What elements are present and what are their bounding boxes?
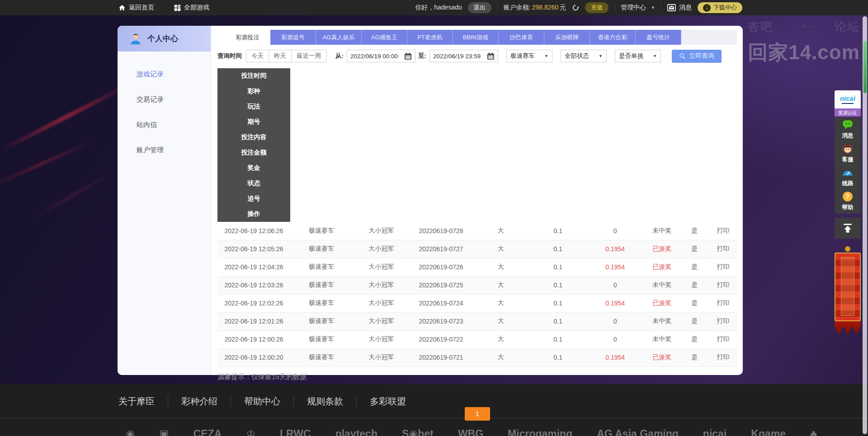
cell-play-type: 大小冠军 xyxy=(353,330,410,348)
widget-item-label: 消息 xyxy=(842,132,854,140)
cell-play-type: 大小冠军 xyxy=(353,222,410,240)
messages-link[interactable]: 消息 xyxy=(667,4,692,12)
tab[interactable]: BBIN游戏 xyxy=(453,30,499,45)
tab[interactable]: 彩票追号 xyxy=(270,30,316,45)
home-link[interactable]: 返回首页 xyxy=(118,4,154,12)
grid-icon xyxy=(174,5,181,11)
balance-value: 298.8260 xyxy=(532,4,558,11)
chat-bubble-icon xyxy=(842,119,854,131)
cell-bet-time: 2022-06-19 12:03:26 xyxy=(217,276,290,294)
widget-item-lines[interactable]: 线路 xyxy=(835,165,861,189)
footer-links: 关于摩臣彩种介绍帮助中心规则条款多彩联盟 xyxy=(0,384,868,407)
search-button[interactable]: 立即查询 xyxy=(672,50,722,63)
print-link[interactable]: 打印 xyxy=(709,348,737,366)
logout-button[interactable]: 退出 xyxy=(468,2,491,13)
tab[interactable]: 乐游棋牌 xyxy=(544,30,590,45)
print-link[interactable]: 打印 xyxy=(709,240,737,258)
balance-group: 账户余额:298.8260元 xyxy=(504,4,566,12)
filter-select[interactable]: 是否单挑 ▼ xyxy=(615,50,661,62)
table-row: 2022-06-19 12:06:26 极速赛车 大小冠军 20220619-0… xyxy=(217,222,737,240)
cell-amount: 0.1 xyxy=(529,348,587,366)
filter-select-value: 极速赛车 xyxy=(510,52,535,60)
back-to-top-button[interactable] xyxy=(835,218,861,239)
table-header-row: 投注时间 彩种 玩法 期号 投注内容 投注金额 奖金 状态 追号 操作 xyxy=(217,68,737,222)
print-link[interactable]: 打印 xyxy=(709,330,737,348)
print-link[interactable]: 打印 xyxy=(709,294,737,312)
partner-logo: nicai xyxy=(703,422,726,436)
tab[interactable]: 盈亏统计 xyxy=(636,30,681,45)
cell-bet-content: 大 xyxy=(472,276,530,294)
filter-select[interactable]: 全部状态 ▼ xyxy=(561,50,607,62)
footer-link[interactable]: 关于摩臣 xyxy=(118,396,168,407)
download-button[interactable]: ↓ 下载中心 xyxy=(698,2,742,13)
table-header-cell: 奖金 xyxy=(217,160,290,176)
from-date-input[interactable]: 2022/06/19 00:00 xyxy=(347,50,415,62)
arrow-to-top-icon xyxy=(842,222,854,234)
sidebar-item[interactable]: 站内信 xyxy=(118,112,211,137)
print-link[interactable]: 打印 xyxy=(709,312,737,330)
footer-link[interactable]: 规则条款 xyxy=(293,396,356,407)
scrollbar-track[interactable] xyxy=(863,16,867,434)
cell-status: 未中奖 xyxy=(644,222,680,240)
tab[interactable]: AG捕鱼王 xyxy=(362,30,407,45)
widget-item-help[interactable]: ? 帮助 xyxy=(835,189,861,213)
tab-bar: 彩票投注彩票追号AG真人娱乐AG捕鱼王PT老虎机BBIN游戏沙巴体育乐游棋牌香港… xyxy=(225,30,737,45)
sidebar-item[interactable]: 游戏记录 xyxy=(118,61,211,87)
all-games-link[interactable]: 全部游戏 xyxy=(174,4,209,12)
table-header-cell: 操作 xyxy=(217,206,290,222)
widget-item-messages[interactable]: 消息 xyxy=(835,117,861,141)
home-icon xyxy=(118,4,126,11)
footer-link[interactable]: 彩种介绍 xyxy=(168,396,231,407)
cell-bet-time: 2022-06-19 12:00:20 xyxy=(217,348,290,366)
admin-menu-label: 管理中心 xyxy=(621,4,646,12)
page-button[interactable]: 1 xyxy=(465,407,490,421)
partner-logo: WBG xyxy=(458,422,483,436)
tab[interactable]: AG真人娱乐 xyxy=(316,30,362,45)
filter-select[interactable]: 极速赛车 ▼ xyxy=(506,50,552,62)
calendar-icon[interactable] xyxy=(487,52,495,60)
print-link[interactable]: 打印 xyxy=(709,276,737,294)
divider xyxy=(614,4,615,11)
widget-item-service[interactable]: 客服 xyxy=(835,141,861,165)
filter-bar: 查询时间 今天昨天最近一周 从: 2022/06/19 00:00 至: 202… xyxy=(217,49,743,63)
tab[interactable]: PT老虎机 xyxy=(407,30,453,45)
nicai-logo-underline xyxy=(842,103,854,104)
quick-range-button[interactable]: 昨天 xyxy=(269,50,292,62)
partner-logo: Kgame xyxy=(751,422,786,436)
footer-link[interactable]: 帮助中心 xyxy=(231,396,293,407)
sidebar-item[interactable]: 交易记录 xyxy=(118,87,211,112)
tab[interactable]: 沙巴体育 xyxy=(499,30,544,45)
to-date-input[interactable]: 2022/06/19 23:59 xyxy=(429,50,498,62)
partner-logo: S◉bet xyxy=(402,422,434,436)
tab[interactable]: 彩票投注 xyxy=(225,30,270,45)
cell-status: 已派奖 xyxy=(644,258,680,276)
cell-lottery: 极速赛车 xyxy=(290,330,353,348)
recharge-button[interactable]: 充值 xyxy=(585,2,609,13)
quick-range-button[interactable]: 今天 xyxy=(246,50,269,62)
cell-bet-content: 大 xyxy=(472,348,530,366)
sidebar-item[interactable]: 账户管理 xyxy=(118,137,211,163)
widget-list: 消息 客服 线路 ? 帮助 xyxy=(835,117,861,213)
cell-chase: 是 xyxy=(680,330,709,348)
cell-amount: 0.1 xyxy=(529,276,587,294)
promo-banner[interactable] xyxy=(835,246,861,335)
chevron-down-icon: ▼ xyxy=(599,54,603,58)
nicai-cert-badge[interactable]: nicai xyxy=(835,90,861,108)
scrollbar-thumb[interactable] xyxy=(863,41,867,93)
footer-link[interactable]: 多彩联盟 xyxy=(356,396,419,407)
refresh-icon[interactable] xyxy=(572,4,579,11)
search-button-label: 立即查询 xyxy=(689,52,714,60)
tab[interactable]: 香港六合彩 xyxy=(590,30,636,45)
filter-select-value: 全部状态 xyxy=(565,52,589,60)
divider xyxy=(661,4,661,11)
light-streak xyxy=(0,82,133,153)
print-link[interactable]: 打印 xyxy=(709,258,737,276)
chevron-down-icon: ▼ xyxy=(651,5,655,10)
admin-menu[interactable]: 管理中心 ▼ xyxy=(621,4,655,12)
calendar-icon[interactable] xyxy=(404,52,412,60)
partner-logo: playtech xyxy=(335,422,377,436)
print-link[interactable]: 打印 xyxy=(709,222,737,240)
messages-label: 消息 xyxy=(679,4,692,12)
partner-logo: ♔ xyxy=(246,422,255,436)
quick-range-button[interactable]: 最近一周 xyxy=(291,50,326,62)
